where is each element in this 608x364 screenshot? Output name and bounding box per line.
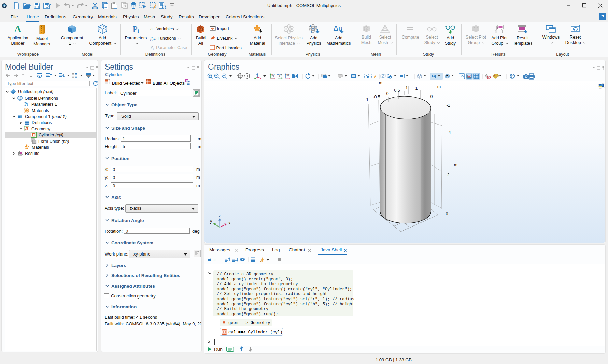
- svg-text:4: 4: [449, 130, 451, 135]
- svg-text:-0.5: -0.5: [373, 94, 380, 99]
- svg-text:z: z: [218, 213, 221, 218]
- svg-text:1: 1: [406, 85, 408, 90]
- svg-text:m: m: [437, 84, 441, 89]
- svg-text:a=: a=: [214, 257, 218, 262]
- svg-text:x: x: [228, 221, 231, 225]
- svg-text:xy: xy: [271, 73, 275, 77]
- svg-text:m: m: [454, 163, 457, 168]
- svg-text:Pi: Pi: [132, 24, 139, 34]
- svg-text:yz: yz: [279, 73, 282, 77]
- svg-text:0: 0: [446, 212, 448, 216]
- svg-text:-1: -1: [446, 103, 450, 108]
- svg-text:-1: -1: [365, 97, 368, 102]
- svg-text:0: 0: [430, 94, 433, 99]
- svg-text:y: y: [210, 219, 212, 224]
- svg-text:m: m: [379, 81, 382, 85]
- svg-text:A: A: [14, 24, 22, 34]
- svg-text:1: 1: [415, 86, 418, 91]
- svg-text:2: 2: [447, 173, 450, 177]
- svg-text:Δu: Δu: [334, 24, 343, 32]
- svg-text:xz: xz: [286, 73, 290, 77]
- svg-text:0: 0: [386, 91, 389, 96]
- svg-text:0.5: 0.5: [394, 88, 400, 93]
